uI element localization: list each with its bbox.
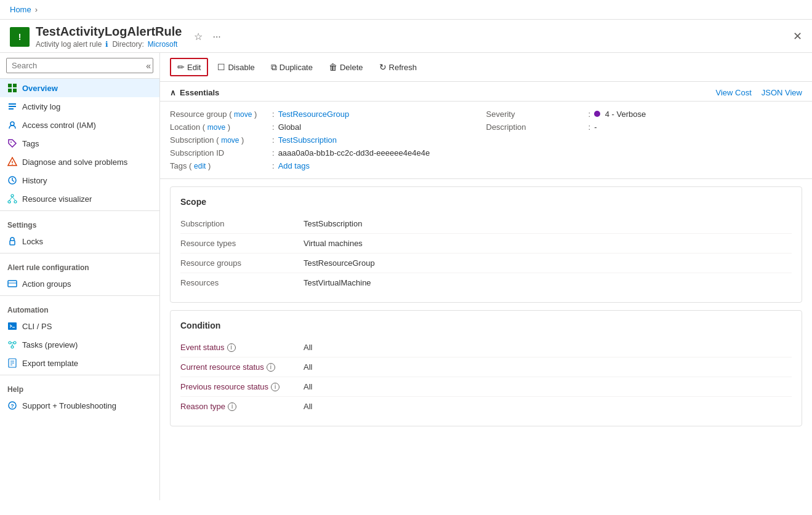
sidebar-item-locks[interactable]: Locks [0, 232, 159, 250]
condition-event-status-value: All [303, 343, 312, 352]
diagnose-icon [7, 157, 17, 167]
help-section-label: Help [0, 378, 159, 396]
svg-rect-7 [9, 106, 16, 107]
subscription-move-link[interactable]: move [221, 136, 239, 145]
essentials-left-col: Resource group ( move ) : TestResourceGr… [170, 108, 486, 172]
tags-edit-link[interactable]: edit [194, 162, 206, 170]
sidebar-item-access-control[interactable]: Access control (IAM) [0, 116, 159, 134]
toolbar: ✏ Edit ☐ Disable ⧉ Duplicate 🗑 Delete ↻ … [160, 53, 812, 82]
resource-group-value-link[interactable]: TestResourceGroup [278, 110, 350, 119]
essentials-title-text: Essentials [180, 88, 219, 97]
duplicate-button[interactable]: ⧉ Duplicate [264, 58, 320, 76]
sidebar-search-container: « [0, 53, 159, 79]
svg-line-17 [9, 197, 12, 201]
cli-ps-icon [7, 321, 17, 331]
svg-point-14 [11, 194, 14, 197]
resource-header: ! TestActivityLogAlertRule Activity log … [0, 20, 812, 53]
svg-rect-19 [10, 241, 15, 245]
view-cost-link[interactable]: View Cost [715, 88, 751, 97]
location-move-link[interactable]: move [207, 123, 225, 132]
duplicate-icon: ⧉ [271, 62, 277, 73]
svg-text:!: ! [18, 32, 22, 42]
tags-icon [7, 138, 17, 148]
resource-subtitle: Activity log alert rule ℹ Directory: Mic… [36, 40, 182, 49]
previous-resource-status-info-icon[interactable]: i [271, 383, 279, 391]
access-control-icon [7, 120, 17, 130]
essentials-links: View Cost JSON View [715, 88, 802, 97]
sidebar: « Overview Activity log Access control (… [0, 53, 160, 500]
sidebar-item-activity-log[interactable]: Activity log [0, 97, 159, 116]
location-row: Location ( move ) : Global [170, 121, 486, 134]
more-options-button[interactable]: ··· [210, 30, 223, 44]
description-row: Description : - [486, 121, 803, 134]
event-status-info-icon[interactable]: i [227, 343, 236, 352]
svg-point-24 [9, 341, 11, 344]
current-resource-status-info-icon[interactable]: i [267, 363, 275, 372]
activity-log-icon [7, 102, 17, 111]
svg-point-15 [8, 201, 10, 203]
resource-title: TestActivityLogAlertRule [36, 25, 182, 39]
refresh-button[interactable]: ↻ Refresh [372, 58, 424, 76]
svg-rect-5 [13, 89, 17, 92]
scope-resource-types-row: Resource types Virtual machines [180, 234, 792, 254]
essentials-right-col: Severity : 4 - Verbose Description : - [486, 108, 803, 172]
scope-card-title: Scope [180, 197, 792, 207]
svg-rect-3 [13, 84, 17, 87]
severity-row: Severity : 4 - Verbose [486, 108, 803, 121]
sidebar-item-tasks-preview[interactable]: Tasks (preview) [0, 335, 159, 354]
json-view-link[interactable]: JSON View [762, 88, 802, 97]
sidebar-label-diagnose: Diagnose and solve problems [22, 158, 127, 167]
svg-rect-2 [8, 84, 12, 87]
sidebar-label-action-groups: Action groups [22, 279, 71, 289]
tasks-preview-icon [7, 340, 17, 349]
collapse-sidebar-button[interactable]: « [146, 61, 151, 71]
sidebar-item-overview[interactable]: Overview [0, 79, 159, 97]
export-template-icon [7, 358, 17, 368]
svg-rect-6 [9, 103, 16, 105]
refresh-icon: ↻ [379, 62, 387, 72]
condition-current-resource-status-label: Current resource status i [180, 362, 303, 372]
favorite-button[interactable]: ☆ [191, 30, 205, 44]
sidebar-item-diagnose[interactable]: Diagnose and solve problems [0, 153, 159, 171]
search-input[interactable] [6, 58, 153, 73]
sidebar-label-activity-log: Activity log [22, 102, 60, 111]
scope-subscription-value: TestSubscription [303, 219, 362, 228]
header-actions: ☆ ··· [191, 30, 223, 44]
delete-button[interactable]: 🗑 Delete [322, 58, 370, 76]
essentials-toggle[interactable]: ∧ Essentials [170, 88, 219, 97]
reason-type-info-icon[interactable]: i [228, 402, 236, 411]
resource-visualizer-icon [7, 194, 17, 204]
svg-rect-4 [8, 89, 12, 92]
sidebar-item-export-template[interactable]: Export template [0, 354, 159, 372]
subscription-id-row: Subscription ID : aaaa0a0a-bb1b-cc2c-dd3… [170, 146, 486, 159]
sidebar-item-support[interactable]: ? Support + Troubleshooting [0, 396, 159, 415]
resource-group-move-link[interactable]: move [234, 110, 252, 119]
add-tags-link[interactable]: Add tags [278, 161, 310, 170]
edit-button[interactable]: ✏ Edit [170, 58, 208, 76]
sidebar-item-history[interactable]: History [0, 171, 159, 190]
resource-title-block: TestActivityLogAlertRule Activity log al… [36, 25, 182, 49]
close-button[interactable]: ✕ [793, 30, 802, 43]
severity-value: 4 - Verbose [605, 110, 646, 119]
disable-button[interactable]: ☐ Disable [211, 58, 261, 76]
settings-section-label: Settings [0, 214, 159, 232]
content-area: ✏ Edit ☐ Disable ⧉ Duplicate 🗑 Delete ↻ … [160, 53, 812, 500]
condition-previous-resource-status-label: Previous resource status i [180, 382, 303, 391]
essentials-grid: Resource group ( move ) : TestResourceGr… [160, 102, 812, 179]
subscription-value-link[interactable]: TestSubscription [278, 135, 337, 145]
sidebar-item-resource-visualizer[interactable]: Resource visualizer [0, 190, 159, 208]
home-link[interactable]: Home [10, 5, 31, 14]
support-icon: ? [7, 401, 17, 410]
condition-card: Condition Event status i All Current res… [170, 310, 802, 426]
sidebar-label-support: Support + Troubleshooting [22, 401, 116, 410]
sidebar-label-resource-visualizer: Resource visualizer [22, 194, 92, 204]
breadcrumb: Home › [0, 0, 812, 20]
sidebar-item-action-groups[interactable]: Action groups [0, 274, 159, 293]
svg-point-16 [14, 201, 17, 203]
condition-reason-type-value: All [303, 402, 312, 411]
subscription-row: Subscription ( move ) : TestSubscription [170, 134, 486, 146]
condition-event-status-row: Event status i All [180, 338, 792, 357]
sidebar-item-cli-ps[interactable]: CLI / PS [0, 317, 159, 335]
sidebar-item-tags[interactable]: Tags [0, 134, 159, 153]
automation-section-label: Automation [0, 298, 159, 317]
